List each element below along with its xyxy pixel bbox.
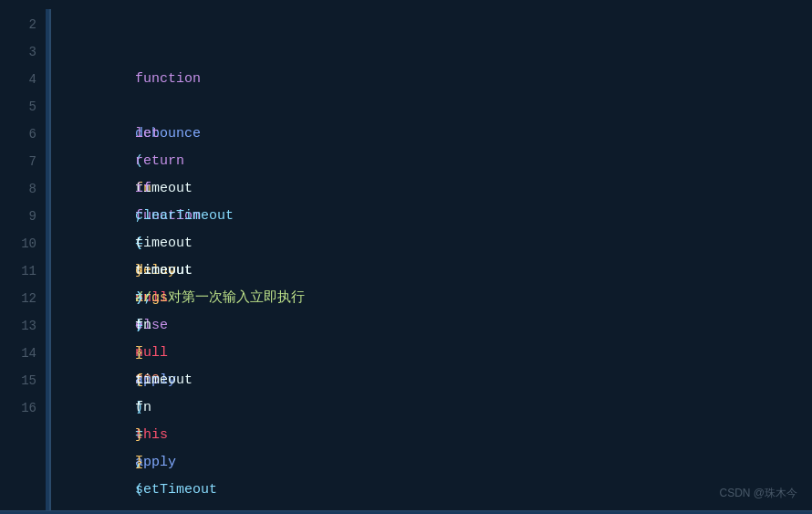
line-num-3: 3: [29, 38, 36, 66]
line-num-2: 2: [29, 11, 36, 38]
line-num-15: 15: [21, 367, 36, 394]
code-line-15: }: [69, 394, 812, 422]
code-line-1: [69, 11, 812, 38]
line-num-4: 4: [29, 66, 36, 93]
line-num-11: 11: [21, 257, 36, 285]
line-num-5: 5: [29, 93, 36, 121]
code-line-2: function debounce ( fn , delay = 200 ) {: [69, 38, 812, 66]
code-line-16: [69, 422, 812, 449]
code-line-4: return function ( ... args ) {: [69, 93, 812, 121]
code-area: 2 3 4 5 6 7 8 9 10 11 12 13 14 15 16 fun…: [0, 0, 812, 510]
left-border: [46, 9, 51, 510]
line-num-6: 6: [29, 121, 36, 148]
watermark: CSDN @珠木今: [719, 486, 797, 501]
editor: 2 3 4 5 6 7 8 9 10 11 12 13 14 15 16 fun…: [0, 0, 812, 514]
line-num-8: 8: [29, 175, 36, 203]
code-content: function debounce ( fn , delay = 200 ) {: [51, 9, 812, 510]
line-num-13: 13: [21, 312, 36, 340]
line-num-14: 14: [21, 340, 36, 367]
code-line-13: fn . apply ( this , args );: [69, 340, 812, 367]
code-line-12: timeout = setTimeout ( () => {: [69, 312, 812, 340]
line-num-16: 16: [21, 394, 36, 422]
line-gutter: 2 3 4 5 6 7 8 9 10 11 12 13 14 15 16: [0, 9, 46, 510]
line-num-10: 10: [21, 230, 36, 257]
line-num-9: 9: [29, 203, 36, 230]
line-num-7: 7: [29, 148, 36, 175]
bottom-bar: [0, 510, 812, 514]
line-num-12: 12: [21, 285, 36, 312]
